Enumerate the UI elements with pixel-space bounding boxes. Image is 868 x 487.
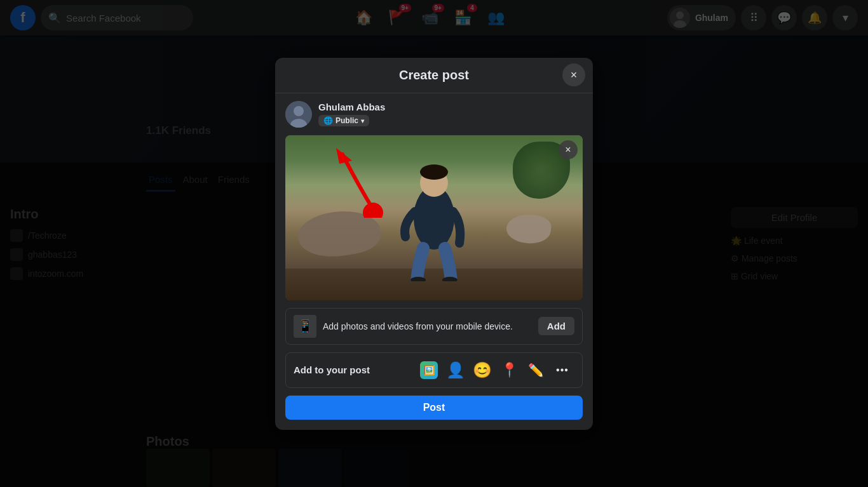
close-icon: × <box>565 144 571 156</box>
globe-privacy-icon: 🌐 <box>323 116 333 125</box>
mobile-phone-icon: 📱 <box>294 315 316 338</box>
author-avatar <box>285 101 312 128</box>
location-button[interactable]: 📍 <box>497 358 521 382</box>
photo-image <box>285 135 583 300</box>
more-options-icon: ••• <box>556 364 569 376</box>
photo-video-action-button[interactable]: 🖼️ <box>417 358 441 382</box>
author-info: Ghulam Abbas 🌐 Public ▾ <box>318 102 385 126</box>
person-figure <box>393 154 475 281</box>
svg-point-4 <box>294 106 304 116</box>
photo-preview-container: × <box>285 135 583 300</box>
add-to-post-bar: Add to your post 🖼️ 👤 😊 📍 ✏️ <box>285 352 583 388</box>
mobile-upload-bar: 📱 Add photos and videos from your mobile… <box>285 308 583 345</box>
emoji-icon: 😊 <box>473 361 492 379</box>
privacy-label: Public <box>336 116 358 125</box>
location-pin-icon: 📍 <box>501 362 518 378</box>
modal-overlay[interactable]: Create post × Ghulam Abbas <box>0 0 868 487</box>
svg-point-8 <box>420 164 448 180</box>
add-to-post-label: Add to your post <box>294 364 370 375</box>
author-avatar-image <box>285 101 312 128</box>
privacy-selector[interactable]: 🌐 Public ▾ <box>318 115 369 126</box>
pen-icon: ✏️ <box>528 363 544 378</box>
pen-button[interactable]: ✏️ <box>524 358 548 382</box>
photo-video-icon: 🖼️ <box>420 361 438 379</box>
modal-title: Create post <box>399 68 469 83</box>
post-submit-button[interactable]: Post <box>285 396 583 420</box>
tag-icon: 👤 <box>446 361 465 379</box>
author-name: Ghulam Abbas <box>318 102 385 112</box>
tag-friends-button[interactable]: 👤 <box>444 358 468 382</box>
mobile-upload-text: Add photos and videos from your mobile d… <box>323 321 513 331</box>
more-options-button[interactable]: ••• <box>550 358 574 382</box>
privacy-chevron-icon: ▾ <box>361 117 364 124</box>
modal-header: Create post × <box>275 58 593 93</box>
emoji-button[interactable]: 😊 <box>470 358 494 382</box>
mobile-upload-left: 📱 Add photos and videos from your mobile… <box>294 315 513 338</box>
modal-close-button[interactable]: × <box>562 63 585 86</box>
create-post-modal: Create post × Ghulam Abbas <box>275 58 593 430</box>
photo-remove-button[interactable]: × <box>559 140 578 159</box>
post-author-row: Ghulam Abbas 🌐 Public ▾ <box>285 101 583 128</box>
post-action-icons: 🖼️ 👤 😊 📍 ✏️ ••• <box>417 358 574 382</box>
modal-body: Ghulam Abbas 🌐 Public ▾ <box>275 93 593 430</box>
upload-add-button[interactable]: Add <box>538 317 574 335</box>
